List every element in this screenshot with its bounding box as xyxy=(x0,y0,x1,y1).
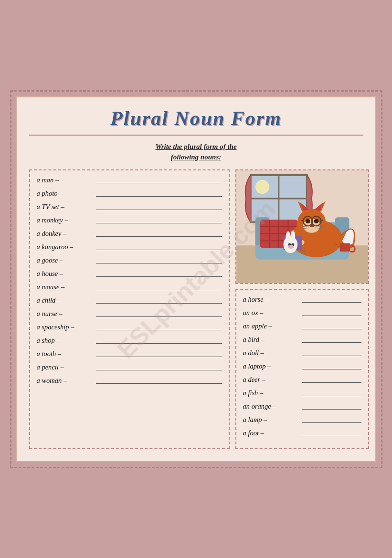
answer-line[interactable] xyxy=(302,349,361,356)
list-item: a TV set – xyxy=(37,203,222,211)
list-item: a horse – xyxy=(243,295,361,304)
answer-line[interactable] xyxy=(302,363,361,369)
noun-label: a bird – xyxy=(243,336,300,344)
noun-label: a house – xyxy=(37,270,94,278)
content-area: a man –a photo –a TV set –a monkey –a do… xyxy=(29,169,363,449)
list-item: a photo – xyxy=(37,190,222,198)
answer-line[interactable] xyxy=(96,377,222,384)
answer-line[interactable] xyxy=(302,390,361,396)
list-item: a mouse – xyxy=(37,283,222,291)
answer-line[interactable] xyxy=(302,296,361,303)
noun-label: a mouse – xyxy=(37,283,94,291)
left-noun-list: a man –a photo –a TV set –a monkey –a do… xyxy=(29,169,230,449)
list-item: a doll – xyxy=(243,349,361,357)
noun-label: a nurse – xyxy=(37,310,94,318)
noun-label: a photo – xyxy=(37,190,94,198)
noun-label: a pencil – xyxy=(37,363,94,371)
svg-point-42 xyxy=(286,231,290,242)
noun-label: an ox – xyxy=(243,309,300,317)
list-item: a lamp – xyxy=(243,416,361,424)
answer-line[interactable] xyxy=(96,337,222,344)
list-item: a house – xyxy=(37,270,222,278)
answer-line[interactable] xyxy=(96,177,222,183)
answer-line[interactable] xyxy=(96,364,222,370)
noun-label: a laptop – xyxy=(243,362,300,370)
list-item: a deer – xyxy=(243,376,361,384)
right-noun-list: a horse –an ox –an apple –a bird –a doll… xyxy=(235,289,369,449)
noun-label: a tooth – xyxy=(37,350,94,358)
svg-point-46 xyxy=(288,245,294,249)
noun-label: an apple – xyxy=(243,322,300,330)
svg-text:SM: SM xyxy=(300,249,305,253)
right-column: SM a horse –an ox –an apple –a bird –a d… xyxy=(235,169,369,449)
answer-line[interactable] xyxy=(96,324,222,330)
answer-line[interactable] xyxy=(302,403,361,410)
list-item: an orange – xyxy=(243,402,361,411)
fox-illustration: SM xyxy=(235,169,369,284)
list-item: a laptop – xyxy=(243,362,361,370)
list-item: a woman – xyxy=(37,377,222,385)
noun-label: a goose – xyxy=(37,256,94,264)
answer-line[interactable] xyxy=(302,309,361,316)
list-item: a tooth – xyxy=(37,350,222,358)
answer-line[interactable] xyxy=(96,203,222,210)
noun-label: a doll – xyxy=(243,349,300,357)
list-item: a pencil – xyxy=(37,363,222,371)
instructions: Write the plural form of the following n… xyxy=(29,141,363,163)
list-item: a kangaroo – xyxy=(37,243,222,251)
page-title: Plural Noun Form xyxy=(29,107,363,130)
noun-label: a fish – xyxy=(243,389,300,397)
answer-line[interactable] xyxy=(96,350,222,357)
noun-label: an orange – xyxy=(243,402,300,411)
title-divider xyxy=(29,135,363,136)
list-item: a nurse – xyxy=(37,310,222,318)
answer-line[interactable] xyxy=(96,297,222,304)
answer-line[interactable] xyxy=(302,376,361,383)
noun-label: a deer – xyxy=(243,376,300,384)
noun-label: a monkey – xyxy=(37,216,94,224)
list-item: an ox – xyxy=(243,309,361,317)
answer-line[interactable] xyxy=(302,430,361,436)
svg-point-43 xyxy=(290,230,295,242)
answer-line[interactable] xyxy=(302,336,361,343)
worksheet-page: ESLprintable.com Plural Noun Form Write … xyxy=(16,96,376,462)
svg-point-6 xyxy=(255,179,269,194)
list-item: a child – xyxy=(37,296,222,305)
list-item: a man – xyxy=(37,176,222,184)
list-item: a fish – xyxy=(243,389,361,397)
list-item: an apple – xyxy=(243,322,361,330)
answer-line[interactable] xyxy=(96,270,222,277)
answer-line[interactable] xyxy=(96,243,222,250)
list-item: a monkey – xyxy=(37,216,222,224)
answer-line[interactable] xyxy=(96,230,222,237)
noun-label: a spaceship – xyxy=(37,323,94,331)
noun-label: a child – xyxy=(37,296,94,305)
answer-line[interactable] xyxy=(96,190,222,197)
list-item: a donkey – xyxy=(37,230,222,238)
noun-label: a woman – xyxy=(37,377,94,385)
noun-label: a shop – xyxy=(37,337,94,345)
svg-point-31 xyxy=(314,219,318,223)
list-item: a shop – xyxy=(37,337,222,345)
answer-line[interactable] xyxy=(96,310,222,317)
answer-line[interactable] xyxy=(96,257,222,263)
svg-rect-47 xyxy=(339,243,350,252)
noun-label: a lamp – xyxy=(243,416,300,424)
answer-line[interactable] xyxy=(96,284,222,290)
noun-label: a man – xyxy=(37,176,94,184)
list-item: a bird – xyxy=(243,336,361,344)
svg-point-32 xyxy=(309,224,314,227)
outer-border: ESLprintable.com Plural Noun Form Write … xyxy=(10,90,382,468)
svg-point-30 xyxy=(305,219,310,223)
answer-line[interactable] xyxy=(96,217,222,223)
noun-label: a TV set – xyxy=(37,203,94,211)
answer-line[interactable] xyxy=(302,416,361,423)
noun-label: a kangaroo – xyxy=(37,243,94,251)
noun-label: a donkey – xyxy=(37,230,94,238)
noun-label: a horse – xyxy=(243,295,300,304)
answer-line[interactable] xyxy=(302,323,361,329)
list-item: a foot – xyxy=(243,429,361,437)
list-item: a spaceship – xyxy=(37,323,222,331)
noun-label: a foot – xyxy=(243,429,300,437)
list-item: a goose – xyxy=(37,256,222,264)
